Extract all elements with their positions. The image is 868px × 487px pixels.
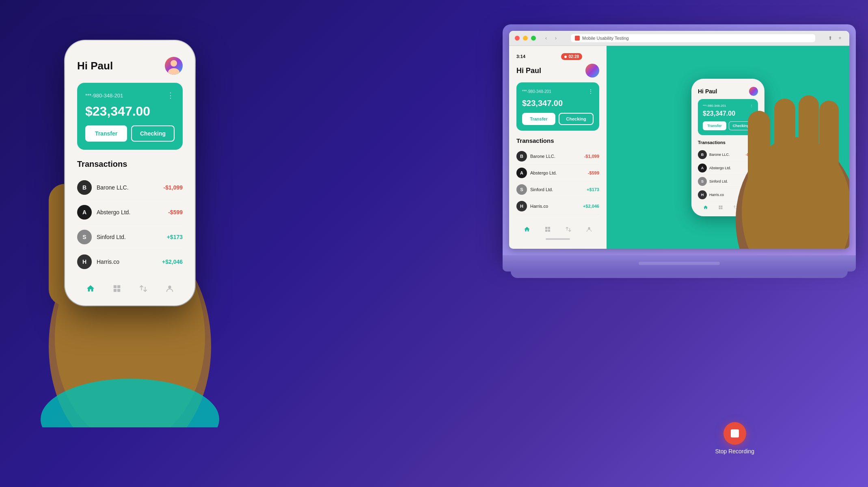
- svg-point-11: [750, 206, 751, 207]
- browser-account-number-row: ***-980-348-201 ⋮: [522, 88, 594, 95]
- mini-tx-icon: H: [698, 190, 707, 199]
- transfer-button[interactable]: Transfer: [85, 125, 127, 142]
- browser-tx-icon: B: [516, 151, 527, 162]
- inner-avatar: [749, 87, 758, 96]
- mini-tx-icon: S: [698, 177, 707, 186]
- nav-transfer-icon[interactable]: [138, 284, 148, 293]
- back-icon[interactable]: ‹: [542, 34, 550, 42]
- add-tab-icon[interactable]: +: [836, 34, 844, 42]
- inner-checking-btn[interactable]: Checking: [729, 121, 753, 130]
- table-row: A Abstergo Ltd. -$599: [77, 200, 183, 225]
- inner-phone: Hi Paul ***-980-348-201 ⋮ $23,347.00 Tra…: [691, 79, 764, 216]
- table-row: H Harris.co +$2,046: [77, 250, 183, 274]
- account-card: ***-980-348-201 ⋮ $23,347.00 Transfer Ch…: [77, 83, 183, 150]
- list-item: A Abstergo Ltd. -$599: [516, 165, 599, 181]
- list-item: H Harris.co +$2,046: [698, 188, 758, 202]
- inner-transfer-btn[interactable]: Transfer: [703, 121, 726, 130]
- inner-account-row: ***-980-348-201 ⋮: [703, 104, 753, 108]
- browser-tx-icon: A: [516, 168, 527, 178]
- traffic-light-red[interactable]: [515, 36, 520, 41]
- list-item: B Barone LLC. -$1,099: [698, 148, 758, 162]
- browser-tx-amount: +$173: [587, 187, 599, 192]
- tx-icon-h: H: [77, 254, 92, 269]
- tx-icon-b: B: [77, 180, 92, 195]
- browser-transfer-button[interactable]: Transfer: [522, 113, 555, 125]
- browser-actions: ⬆ +: [827, 34, 844, 42]
- browser-tx-icon: H: [516, 201, 527, 211]
- tx-name: Harris.co: [97, 259, 162, 265]
- nav-home-icon[interactable]: [86, 284, 95, 293]
- recording-dot: [564, 56, 567, 58]
- account-number-row: ***-980-348-201 ⋮: [85, 91, 175, 100]
- browser-tx-title: Transactions: [516, 137, 599, 144]
- svg-point-1: [168, 68, 179, 75]
- inner-tx-list: B Barone LLC. -$1,099 A Abstergo Ltd. -$…: [698, 148, 758, 202]
- inner-greeting: Hi Paul: [698, 88, 717, 95]
- browser-tx-amount: -$1,099: [584, 154, 599, 159]
- browser-balance: $23,347.00: [522, 99, 594, 108]
- svg-point-0: [171, 60, 177, 67]
- scroll-indicator: [516, 238, 599, 240]
- checking-button[interactable]: Checking: [131, 125, 175, 142]
- browser-account-card: ***-980-348-201 ⋮ $23,347.00 Transfer Ch…: [516, 82, 599, 131]
- tx-amount: -$599: [168, 209, 183, 215]
- browser-window: ‹ › Mobile Usability Testing ⬆ +: [509, 31, 849, 249]
- stop-recording-button[interactable]: [723, 422, 746, 445]
- list-item: S Sinford Ltd. +$173: [516, 181, 599, 198]
- mini-tx-amount: -$1,099: [745, 153, 758, 157]
- inner-card-actions: Transfer Checking: [703, 121, 753, 130]
- tx-icon-a: A: [77, 205, 92, 220]
- table-row: B Barone LLC. -$1,099: [77, 175, 183, 200]
- tx-icon-s: S: [77, 230, 92, 244]
- table-row: S Sinford Ltd. +$173: [77, 225, 183, 250]
- tx-name: Abstergo Ltd.: [97, 209, 168, 215]
- browser-card-menu[interactable]: ⋮: [588, 88, 594, 95]
- browser-tx-name: Harris.co: [530, 204, 583, 209]
- laptop-screen: ‹ › Mobile Usability Testing ⬆ +: [503, 24, 856, 255]
- browser-nav-icons: ‹ ›: [542, 34, 559, 42]
- mini-tx-name: Sinford Ltd.: [709, 179, 748, 183]
- stop-recording-area: Stop Recording: [715, 422, 754, 455]
- mini-tx-name: Abstergo Ltd.: [709, 166, 749, 170]
- svg-point-9: [41, 379, 219, 427]
- card-menu-icon[interactable]: ⋮: [167, 91, 175, 100]
- browser-greeting: Hi Paul: [516, 67, 541, 75]
- tx-amount: -$1,099: [164, 184, 183, 191]
- url-text: Mobile Usability Testing: [582, 36, 629, 41]
- browser-bottom-nav: [516, 220, 599, 234]
- browser-titlebar: ‹ › Mobile Usability Testing ⬆ +: [509, 31, 849, 46]
- forward-icon[interactable]: ›: [552, 34, 559, 42]
- traffic-light-green[interactable]: [531, 36, 536, 41]
- browser-nav-home[interactable]: [524, 226, 530, 234]
- browser-nav-transfer[interactable]: [565, 226, 572, 234]
- traffic-light-yellow[interactable]: [523, 36, 528, 41]
- mini-tx-name: Barone LLC.: [709, 153, 745, 157]
- inner-dots[interactable]: ⋮: [750, 104, 753, 108]
- inner-tx-title: Transactions: [698, 140, 758, 145]
- browser-card-actions: Transfer Checking: [522, 113, 594, 125]
- inner-card: ***-980-348-201 ⋮ $23,347.00 Transfer Ch…: [698, 99, 758, 135]
- recording-time: 02:28: [568, 54, 579, 59]
- url-bar[interactable]: Mobile Usability Testing: [571, 34, 815, 42]
- stop-recording-label: Stop Recording: [715, 448, 754, 455]
- inner-balance: $23,347.00: [703, 110, 753, 117]
- browser-tx-name: Barone LLC.: [530, 154, 584, 159]
- browser-nav-profile[interactable]: [586, 226, 592, 234]
- tx-name: Sinford Ltd.: [97, 234, 167, 240]
- share-icon[interactable]: ⬆: [827, 34, 834, 42]
- browser-avatar: [585, 64, 599, 78]
- laptop-container: ‹ › Mobile Usability Testing ⬆ +: [503, 24, 856, 278]
- browser-right-area: Hi Paul ***-980-348-201 ⋮ $23,347.00 Tra…: [607, 46, 849, 249]
- browser-checking-button[interactable]: Checking: [559, 113, 594, 125]
- tx-name: Barone LLC.: [97, 184, 164, 191]
- phone-header: Hi Paul: [77, 57, 183, 75]
- browser-account-number: ***-980-348-201: [522, 89, 551, 94]
- mini-tx-icon: B: [698, 150, 707, 159]
- nav-grid-icon[interactable]: [112, 284, 122, 293]
- mini-tx-name: Harris.co: [709, 193, 745, 197]
- browser-phone-panel: 3:14 02:28 Hi Paul ***-980-348-201: [509, 46, 607, 249]
- nav-profile-icon[interactable]: [165, 284, 175, 293]
- inner-account-num: ***-980-348-201: [703, 104, 726, 108]
- browser-nav-grid[interactable]: [544, 226, 551, 234]
- mini-tx-amount: +$2,046: [745, 193, 758, 197]
